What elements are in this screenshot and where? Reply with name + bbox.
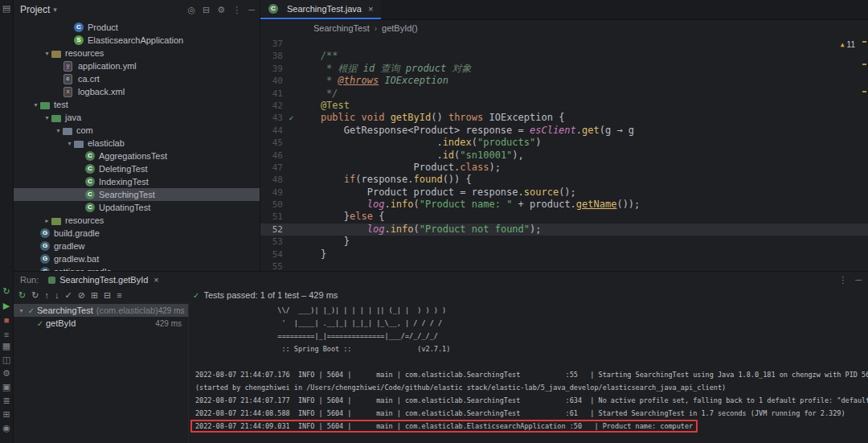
line-number[interactable]: 39	[260, 63, 285, 75]
line-number[interactable]: 51	[260, 211, 285, 223]
settings-icon[interactable]: ⚙	[217, 5, 225, 15]
chevron-down-icon[interactable]: ▾	[53, 6, 57, 14]
rerun-failed-icon[interactable]: ↻	[31, 290, 39, 300]
code-line[interactable]: 49 Product product = response.source();	[260, 187, 868, 199]
show-ignored-icon[interactable]: ⊘	[78, 290, 85, 300]
code-line[interactable]: 43✓ public void getById() throws IOExcep…	[260, 112, 868, 124]
line-number[interactable]: 55	[260, 260, 285, 271]
more-icon[interactable]: ⋮	[838, 275, 847, 285]
build-icon[interactable]: ⚙	[2, 368, 10, 378]
chevron-down-icon[interactable]: ▾	[17, 307, 26, 314]
tree-item[interactable]: CSearchingTest	[14, 188, 260, 201]
test-tree-item[interactable]: ▾✓SearchingTest (com.elasticlab)429 ms	[14, 304, 188, 317]
editor-tab[interactable]: C SearchingTest.java ×	[260, 0, 381, 19]
problems-icon[interactable]: ▣	[2, 382, 10, 392]
more-icon[interactable]: ⋮	[232, 5, 241, 15]
line-number[interactable]: 37	[260, 38, 285, 50]
close-tab-icon[interactable]: ×	[154, 275, 158, 285]
code-line[interactable]: 51 }else {	[260, 211, 868, 223]
line-number[interactable]: 53	[260, 236, 285, 248]
previous-failed-test-icon[interactable]: ↑	[44, 290, 49, 300]
code-area[interactable]: ▲ 11 3738 /**39 * 根据 id 查询 product 对象40 …	[260, 36, 868, 271]
tree-item[interactable]: CAggregationsTest	[14, 150, 260, 162]
bookmarks-icon[interactable]: ◫	[2, 355, 10, 364]
line-number[interactable]: 44	[260, 125, 285, 137]
test-history-icon[interactable]: ≡	[117, 290, 121, 300]
code-line[interactable]: 44 GetResponse<Product> response = esCli…	[260, 125, 868, 137]
project-tool-icon[interactable]: ▤	[2, 3, 10, 13]
breadcrumb-item[interactable]: getById()	[382, 23, 418, 33]
line-number[interactable]: 46	[260, 150, 285, 162]
chevron-right-icon[interactable]: ▸	[43, 217, 51, 224]
close-tab-icon[interactable]: ×	[368, 4, 373, 14]
warning-stripe-mark[interactable]	[862, 64, 866, 65]
rerun-tests-icon[interactable]: ↻	[18, 290, 26, 300]
chevron-down-icon[interactable]: ▾	[54, 127, 63, 134]
code-line[interactable]: 48 if(response.found()) {	[260, 174, 868, 186]
terminal-icon[interactable]: ≣	[2, 396, 10, 405]
tree-item[interactable]: yapplication.yml	[14, 59, 260, 72]
code-line[interactable]: 46 .id("sn10001"),	[260, 150, 868, 162]
services-icon[interactable]: ⊞	[2, 409, 10, 419]
line-number[interactable]: 40	[260, 75, 285, 87]
project-panel-title[interactable]: Project	[20, 4, 50, 15]
tree-item[interactable]: CDeletingTest	[14, 162, 260, 175]
code-line[interactable]: 55	[260, 260, 868, 271]
test-tree-item[interactable]: ✓getById429 ms	[14, 317, 188, 330]
line-number[interactable]: 38	[260, 50, 285, 62]
console[interactable]: \\/ ___)| |_)| | | | | || (_| | ) ) ) ) …	[189, 302, 868, 443]
rerun-icon[interactable]: ↻	[2, 286, 10, 296]
show-passed-icon[interactable]: ✓	[64, 290, 72, 300]
tree-item[interactable]: ▾java	[14, 111, 260, 124]
test-tree[interactable]: ▾✓SearchingTest (com.elasticlab)429 ms✓g…	[14, 302, 189, 443]
line-number[interactable]: 50	[260, 199, 285, 211]
tree-item[interactable]: cca.crt	[14, 72, 260, 85]
inspections-widget[interactable]: ▲ 11	[841, 39, 855, 51]
tree-item[interactable]: Gbuild.gradle	[14, 227, 260, 240]
code-line[interactable]: 41 */	[260, 88, 868, 100]
locate-file-icon[interactable]: ◎	[188, 5, 196, 15]
chevron-down-icon[interactable]: ▾	[31, 101, 40, 109]
chevron-down-icon[interactable]: ▾	[43, 50, 51, 57]
code-line[interactable]: 47 Product.class);	[260, 162, 868, 174]
line-number[interactable]: 48	[260, 174, 285, 186]
code-line[interactable]: 50 log.info("Product name: " + product.g…	[260, 199, 868, 211]
test-passed-gutter-icon[interactable]: ✓	[285, 112, 297, 124]
tree-item[interactable]: xlogback.xml	[14, 85, 260, 98]
tree-item[interactable]: SElasticsearchApplication	[14, 34, 260, 47]
tree-item[interactable]: CIndexingTest	[14, 175, 260, 188]
project-tree[interactable]: CProductSElasticsearchApplication▾resour…	[14, 19, 260, 271]
structure-icon[interactable]: ▦	[2, 341, 10, 351]
tree-item[interactable]: ▾elasticlab	[14, 137, 260, 150]
collapse-all-icon[interactable]: ⊟	[104, 290, 111, 300]
line-number[interactable]: 43	[260, 112, 285, 124]
code-line[interactable]: 42 @Test	[260, 100, 868, 112]
line-number[interactable]: 47	[260, 162, 285, 174]
collapse-all-icon[interactable]: ⊟	[203, 5, 210, 15]
line-number[interactable]: 52	[260, 224, 285, 236]
code-line[interactable]: 52 log.info("Product not found");	[260, 224, 868, 236]
code-line[interactable]: 45 .index("products")	[260, 137, 868, 149]
notifications-icon[interactable]: ◉	[2, 423, 10, 433]
stop-icon[interactable]: ■	[4, 315, 10, 325]
chevron-down-icon[interactable]: ▾	[65, 140, 74, 147]
line-number[interactable]: 54	[260, 248, 285, 260]
breadcrumb-item[interactable]: SearchingTest	[313, 23, 370, 33]
tree-item[interactable]: Ggradlew.bat	[14, 252, 260, 265]
line-number[interactable]: 49	[260, 187, 285, 199]
tree-item[interactable]: Gsettings.gradle	[14, 265, 260, 271]
line-number[interactable]: 45	[260, 137, 285, 149]
run-history-icon[interactable]: ≡	[4, 330, 9, 339]
code-line[interactable]: 37	[260, 38, 868, 50]
next-failed-test-icon[interactable]: ↓	[55, 290, 59, 300]
tree-item[interactable]: ▾test	[14, 98, 260, 111]
tree-item[interactable]: Ggradlew	[14, 240, 260, 252]
line-number[interactable]: 41	[260, 88, 285, 100]
hide-panel-icon[interactable]: ─	[855, 275, 862, 285]
tree-item[interactable]: CUpdatingTest	[14, 201, 260, 214]
line-number[interactable]: 42	[260, 100, 285, 112]
code-line[interactable]: 38 /**	[260, 50, 868, 62]
run-icon[interactable]: ▶	[3, 301, 10, 310]
tree-item[interactable]: ▸resources	[14, 214, 260, 227]
code-line[interactable]: 54 }	[260, 248, 868, 260]
